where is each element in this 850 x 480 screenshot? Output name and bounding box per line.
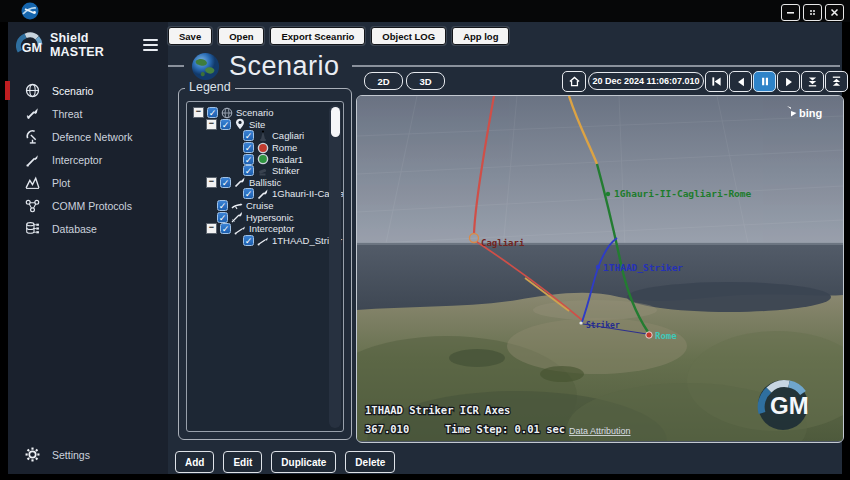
double-up-icon [831,76,842,87]
pause-icon [760,76,770,87]
checkbox-checked[interactable]: ✓ [243,165,254,176]
sidebar-item-label: Plot [52,177,70,189]
rome-marker[interactable] [646,332,652,338]
speed-down-button[interactable] [801,71,824,92]
tree-item-thaad-striker[interactable]: ✓ 1THAAD_Striker [191,235,341,247]
sidebar-item-label: Scenario [52,85,93,97]
sim-datetime-display[interactable]: 20 Dec 2024 11:06:07.010 [588,72,704,90]
legend-actions: Add Edit Duplicate Delete [175,451,395,473]
ballistic-track-point[interactable] [606,192,610,196]
gm-logo-icon: GM [16,32,43,59]
edit-button[interactable]: Edit [223,451,262,473]
tree-item-interceptor[interactable]: − ✓ Interceptor [191,223,341,235]
checkbox-checked[interactable]: ✓ [220,223,231,234]
tree-scrollbar[interactable] [329,105,341,428]
app-log-button[interactable]: App log [452,27,509,45]
sidebar-item-defence-network[interactable]: Defence Network [8,125,168,148]
ballistic-missile-icon [257,188,269,200]
gear-icon [25,447,40,462]
checkbox-checked[interactable]: ✓ [207,107,218,118]
tree-item-radar1[interactable]: ✓ Radar1 [191,153,341,165]
object-log-button[interactable]: Object LOG [371,27,446,45]
speed-up-button[interactable] [825,71,848,92]
view-2d-button[interactable]: 2D [364,72,403,90]
duplicate-button[interactable]: Duplicate [271,451,336,473]
collapse-icon[interactable]: − [206,119,217,130]
checkbox-checked[interactable]: ✓ [243,142,254,153]
checkbox-checked[interactable]: ✓ [243,235,254,246]
tree-item-label: Ballistic [249,177,281,188]
sidebar-item-threat[interactable]: Threat [8,102,168,125]
view-3d-button[interactable]: 3D [406,72,445,90]
interceptor-label[interactable]: 1THAAD_Striker [603,262,683,273]
cagliari-site-icon [257,130,269,142]
maximize-button[interactable] [803,4,822,21]
tree-item-label: Striker [272,165,299,176]
tree-item-cruise[interactable]: ✓ Cruise [191,200,341,212]
export-scenario-button[interactable]: Export Sceanrio [270,27,365,45]
tree-item-label: Radar1 [272,154,303,165]
step-back-icon [736,77,746,87]
checkbox-checked[interactable]: ✓ [220,177,231,188]
plot-chart-icon [25,175,40,190]
delete-button[interactable]: Delete [345,451,395,473]
checkbox-checked[interactable]: ✓ [243,130,254,141]
collapse-icon[interactable]: − [206,223,217,234]
tree-item-striker[interactable]: ✓ Striker [191,165,341,177]
checkbox-checked[interactable]: ✓ [220,119,231,130]
interceptor-track-point[interactable] [596,265,600,269]
sidebar-item-scenario[interactable]: Scenario [8,79,168,102]
step-forward-button[interactable] [777,71,800,92]
tree-item-site[interactable]: − ✓ Site [191,119,341,131]
striker-site-icon [257,165,269,177]
checkbox-checked[interactable]: ✓ [243,154,254,165]
save-button[interactable]: Save [168,27,212,45]
checkbox-checked[interactable]: ✓ [217,212,228,223]
minimize-button[interactable] [781,4,800,21]
tree-item-rome[interactable]: ✓ Rome [191,142,341,154]
sidebar-item-label: COMM Protocols [52,200,132,212]
sidebar-item-comm-protocols[interactable]: COMM Protocols [8,194,168,217]
ballistic-label[interactable]: 1Ghauri-II-Cagliari-Rome [614,188,752,199]
home-view-button[interactable] [562,71,586,92]
scenario-globe-icon [221,107,233,119]
rome-site-label[interactable]: Rome [655,331,677,341]
tree-item-cagliari[interactable]: ✓ Cagliari [191,130,341,142]
tree-item-ghauri[interactable]: ✓ 1Ghauri-II-Cagliari-Rome [191,188,341,200]
tree-item-scenario[interactable]: − ✓ Scenario [191,107,341,119]
pause-button[interactable] [753,71,776,92]
sidebar: GM Shield MASTER Scenario Threat Defence… [8,22,168,474]
site-pin-icon [234,118,246,130]
menu-hamburger-icon[interactable] [143,36,160,54]
step-back-button[interactable] [729,71,752,92]
data-attribution-link[interactable]: Data Attribution [569,426,631,436]
tree-scrollbar-thumb[interactable] [331,107,340,137]
add-button[interactable]: Add [175,451,214,473]
radar-icon [25,129,40,144]
sidebar-item-plot[interactable]: Plot [8,171,168,194]
striker-marker[interactable] [579,321,582,324]
tree-item-hypersonic[interactable]: ✓ Hypersonic [191,211,341,223]
close-icon [830,8,839,17]
sidebar-item-database[interactable]: Database [8,217,168,240]
collapse-icon[interactable]: − [206,177,217,188]
map-viewport[interactable]: Cagliari 1Ghauri-II-Cagliari-Rome 1THAAD… [356,95,844,443]
sidebar-item-settings[interactable]: Settings [8,443,168,466]
tree-item-label: Cruise [246,200,273,211]
window-title-bar [0,0,850,22]
app-window: GM Shield MASTER Scenario Threat Defence… [8,22,842,474]
checkbox-checked[interactable]: ✓ [243,188,254,199]
tree-item-ballistic[interactable]: − ✓ Ballistic [191,177,341,189]
collapse-icon[interactable]: − [193,107,204,118]
close-button[interactable] [825,4,844,21]
cagliari-site-label[interactable]: Cagliari [481,238,525,248]
skip-to-start-button[interactable] [705,71,728,92]
interceptor-icon [234,223,246,235]
checkbox-checked[interactable]: ✓ [217,200,228,211]
skip-start-icon [711,76,722,87]
rome-site-icon [257,142,269,154]
sidebar-item-interceptor[interactable]: Interceptor [8,148,168,171]
network-icon [25,198,40,213]
open-button[interactable]: Open [218,27,264,45]
striker-site-label[interactable]: Striker [586,320,620,330]
